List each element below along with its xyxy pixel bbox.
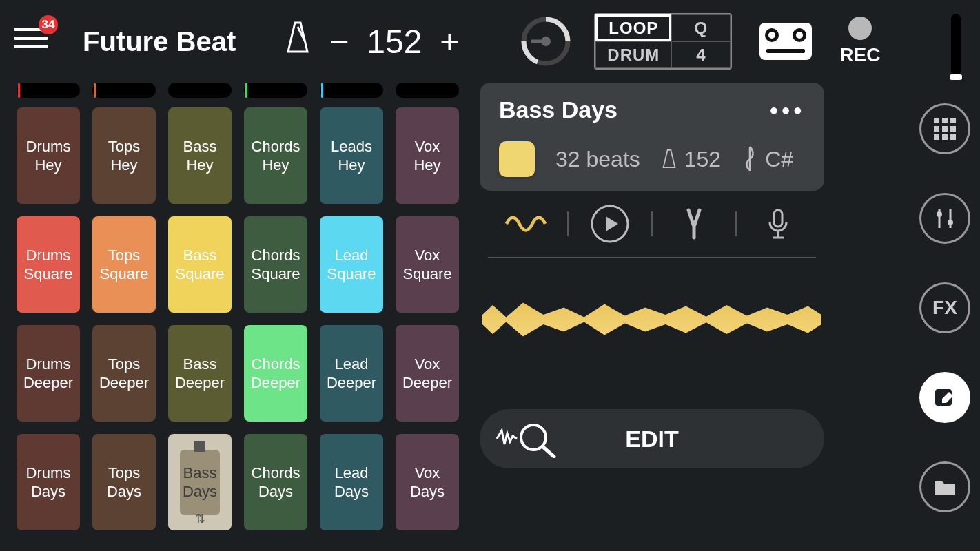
edit-button[interactable]: EDIT — [480, 409, 824, 468]
pad-chords-square[interactable]: ChordsSquare — [244, 216, 307, 313]
tempo-value[interactable]: 152 — [367, 23, 422, 61]
pad-drums-hey[interactable]: DrumsHey — [17, 107, 80, 204]
svg-rect-12 — [942, 126, 948, 132]
pad-bass-square[interactable]: BassSquare — [168, 216, 232, 313]
column-meter — [320, 83, 383, 98]
pad-tops-square[interactable]: TopsSquare — [92, 216, 156, 313]
mixer-view-button[interactable] — [919, 193, 970, 244]
pads-view-button[interactable] — [919, 103, 970, 154]
pad-drums-square[interactable]: DrumsSquare — [17, 216, 80, 313]
pad-tops-days[interactable]: TopsDays — [92, 434, 156, 530]
pad-vox-hey[interactable]: VoxHey — [396, 107, 459, 204]
files-view-button[interactable] — [919, 461, 970, 512]
tempo-decrease-button[interactable]: − — [325, 23, 353, 61]
pad-bass-days[interactable]: BassDays⇅ — [168, 434, 232, 530]
svg-rect-10 — [950, 118, 956, 123]
svg-rect-14 — [934, 134, 939, 140]
clip-tempo: 152 — [661, 147, 721, 172]
clip-beats: 32 beats — [555, 147, 640, 172]
svg-rect-16 — [950, 134, 956, 140]
pad-vox-days[interactable]: VoxDays — [396, 434, 459, 530]
pad-chords-hey[interactable]: ChordsHey — [244, 107, 307, 204]
pad-bass-deeper[interactable]: BassDeeper — [168, 325, 232, 422]
sync-icon: ⇅ — [195, 511, 205, 527]
svg-rect-5 — [774, 210, 782, 227]
stop-icon — [194, 441, 205, 452]
loop-mode-button[interactable]: LOOP — [595, 14, 671, 41]
tempo-increase-button[interactable]: + — [436, 23, 463, 61]
play-button[interactable] — [589, 203, 631, 245]
svg-rect-15 — [942, 134, 948, 140]
record-label: REC — [839, 44, 880, 66]
fx-view-button[interactable]: FX — [919, 282, 970, 333]
pad-lead-square[interactable]: LeadSquare — [320, 216, 383, 313]
record-indicator-icon — [848, 17, 872, 40]
waveform-zoom-icon — [493, 419, 562, 458]
pad-vox-square[interactable]: VoxSquare — [396, 216, 459, 313]
loop-quantize-panel[interactable]: LOOP Q DRUM 4 — [594, 13, 732, 70]
waveform-display[interactable] — [482, 295, 821, 344]
metronome-icon[interactable] — [284, 21, 312, 61]
svg-rect-8 — [934, 118, 939, 123]
edit-view-button[interactable] — [919, 372, 970, 423]
quantize-value[interactable]: 4 — [671, 41, 731, 68]
svg-point-20 — [948, 220, 953, 225]
pad-lead-deeper[interactable]: LeadDeeper — [320, 325, 383, 422]
pad-bass-hey[interactable]: BassHey — [168, 107, 232, 204]
record-button[interactable]: REC — [839, 17, 880, 66]
pad-tops-hey[interactable]: TopsHey — [92, 107, 156, 204]
pad-tops-deeper[interactable]: TopsDeeper — [92, 325, 156, 422]
quantize-label[interactable]: Q — [671, 14, 731, 41]
svg-rect-11 — [934, 126, 939, 132]
svg-line-7 — [543, 447, 554, 457]
tuning-fork-button[interactable] — [673, 203, 715, 245]
pad-drums-days[interactable]: DrumsDays — [17, 434, 80, 530]
microphone-button[interactable] — [757, 203, 799, 245]
drum-mode-button[interactable]: DRUM — [595, 41, 671, 68]
pad-chords-deeper[interactable]: ChordsDeeper — [244, 325, 307, 422]
edit-label: EDIT — [562, 426, 742, 453]
column-meter — [168, 83, 232, 98]
beat-clock-icon[interactable] — [518, 14, 573, 69]
clip-more-button[interactable]: ●●● — [769, 101, 805, 119]
svg-rect-9 — [942, 118, 948, 123]
svg-rect-13 — [950, 126, 956, 132]
menu-button[interactable]: 34 — [14, 28, 48, 55]
clip-key: C# — [742, 145, 793, 173]
clip-title: Bass Days — [499, 96, 617, 123]
column-meter — [17, 83, 80, 98]
column-meter — [244, 83, 307, 98]
column-meter — [396, 83, 459, 98]
recorder-icon[interactable] — [759, 23, 812, 60]
pad-vox-deeper[interactable]: VoxDeeper — [396, 325, 459, 422]
pad-drums-deeper[interactable]: DrumsDeeper — [17, 325, 80, 422]
clip-color-swatch[interactable] — [499, 141, 535, 177]
project-title: Future Beat — [83, 26, 236, 57]
pad-chords-days[interactable]: ChordsDays — [244, 434, 307, 530]
waveform-tool-button[interactable] — [505, 203, 547, 245]
pad-leads-hey[interactable]: LeadsHey — [320, 107, 383, 204]
column-meter — [92, 83, 156, 98]
notification-badge: 34 — [39, 15, 58, 34]
clip-detail-header: Bass Days ●●● 32 beats 152 C# — [480, 83, 824, 191]
master-volume-meter[interactable] — [951, 14, 961, 76]
pad-lead-days[interactable]: LeadDays — [320, 434, 383, 530]
svg-point-18 — [937, 211, 942, 217]
